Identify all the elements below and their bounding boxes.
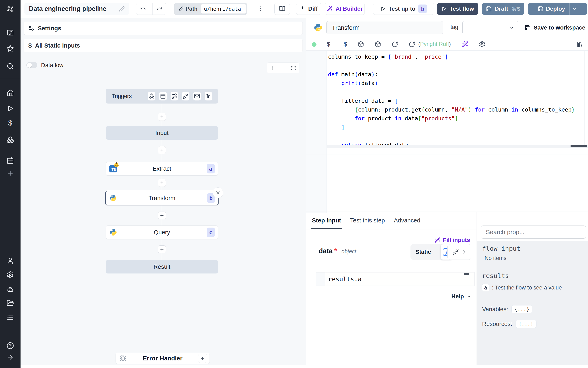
edit-title-pencil-icon[interactable] bbox=[119, 6, 125, 12]
variables-dollar-icon[interactable]: $ bbox=[343, 41, 347, 48]
ai-wand-icon[interactable] bbox=[462, 41, 468, 47]
schedules-calendar-icon[interactable] bbox=[5, 156, 15, 166]
results-section-label[interactable]: results bbox=[482, 272, 588, 279]
expression-editor[interactable]: results.a bbox=[316, 272, 474, 286]
add-step-button[interactable] bbox=[158, 245, 166, 253]
help-label: Help bbox=[451, 293, 464, 300]
tag-select[interactable] bbox=[462, 21, 518, 34]
expression-gutter bbox=[316, 272, 325, 285]
connect-input-button[interactable] bbox=[447, 244, 471, 260]
bottom-strip bbox=[20, 365, 588, 368]
workspace-icon[interactable] bbox=[5, 28, 15, 37]
flow-title-box[interactable]: Data engineering pipeline bbox=[24, 3, 129, 15]
add-step-button[interactable] bbox=[158, 179, 166, 187]
fill-inputs-button[interactable]: Fill inputs bbox=[306, 237, 470, 243]
more-options-kebab-icon[interactable] bbox=[256, 3, 265, 15]
add-step-button[interactable] bbox=[158, 212, 166, 219]
triggers-bar[interactable]: Triggers bbox=[106, 89, 218, 103]
tab-test-this-step[interactable]: Test this step bbox=[350, 212, 385, 229]
editor-settings-gear-icon[interactable] bbox=[479, 41, 485, 47]
draft-button[interactable]: Draft ⌘S bbox=[482, 3, 524, 15]
docs-book-button[interactable] bbox=[275, 3, 290, 15]
windmill-logo[interactable] bbox=[0, 0, 20, 18]
dataflow-toggle[interactable] bbox=[26, 62, 37, 68]
expand-sidebar-icon[interactable] bbox=[5, 352, 15, 362]
deploy-button[interactable]: Deploy bbox=[528, 3, 587, 15]
folders-icon[interactable] bbox=[5, 298, 15, 308]
variables-dollar-icon[interactable]: $ bbox=[5, 118, 15, 128]
help-toggle[interactable]: Help bbox=[441, 293, 471, 300]
home-icon[interactable] bbox=[5, 88, 15, 98]
expression-value[interactable]: results.a bbox=[325, 272, 474, 285]
path-chip[interactable]: Path u/henri/data_ bbox=[174, 3, 247, 15]
add-plus-icon[interactable] bbox=[5, 168, 15, 178]
websocket-trigger-icon[interactable] bbox=[182, 92, 190, 101]
assets-dollar-icon[interactable]: $ bbox=[327, 41, 330, 48]
step-name-input[interactable]: Transform bbox=[326, 21, 443, 34]
step-header: Transform tag Save to workspace bbox=[306, 18, 588, 38]
query-node[interactable]: Query c bbox=[106, 226, 218, 239]
zoom-in-icon[interactable] bbox=[270, 65, 275, 71]
ai-builder-label: AI Builder bbox=[336, 6, 363, 12]
add-error-handler-button[interactable] bbox=[198, 354, 207, 363]
result-key-chip[interactable]: a bbox=[482, 284, 489, 291]
test-up-to-button[interactable]: Test up to b bbox=[373, 3, 434, 15]
remove-step-close-icon[interactable] bbox=[213, 187, 223, 198]
add-step-button[interactable] bbox=[158, 146, 166, 154]
pyright-ruff-label: Pyright Ruff bbox=[420, 41, 449, 47]
variables-braces-chip[interactable]: {...} bbox=[512, 305, 532, 313]
extract-node[interactable]: TS👶 Extract a bbox=[106, 162, 218, 175]
package-icon[interactable] bbox=[375, 41, 381, 47]
triggers-label: Triggers bbox=[112, 93, 132, 100]
resources-boxes-icon[interactable] bbox=[5, 135, 15, 145]
http-route-trigger-icon[interactable] bbox=[171, 92, 178, 101]
editor-horizontal-scrollbar[interactable] bbox=[327, 145, 588, 148]
tab-step-input[interactable]: Step Input bbox=[312, 212, 341, 229]
deploy-chevron-down-icon[interactable] bbox=[572, 6, 577, 11]
webhook-trigger-icon[interactable] bbox=[148, 92, 155, 101]
library-icon[interactable] bbox=[576, 41, 583, 47]
capture-watch-trigger-icon[interactable] bbox=[205, 92, 212, 101]
tab-advanced[interactable]: Advanced bbox=[394, 212, 420, 229]
transform-node-selected[interactable]: Transform b bbox=[105, 191, 218, 205]
input-node[interactable]: Input bbox=[106, 126, 218, 140]
reload-icon[interactable] bbox=[409, 41, 415, 47]
fit-view-icon[interactable] bbox=[291, 66, 296, 71]
flow-input-section-label[interactable]: flow_input bbox=[482, 245, 588, 252]
workers-bot-icon[interactable] bbox=[5, 285, 15, 294]
zoom-out-icon[interactable]: − bbox=[281, 66, 285, 70]
path-pencil-icon bbox=[179, 6, 183, 11]
path-value[interactable]: u/henri/data_ bbox=[201, 4, 246, 14]
diff-button[interactable]: Diff bbox=[296, 3, 321, 15]
users-icon[interactable] bbox=[5, 256, 15, 266]
static-option-label[interactable]: Static bbox=[410, 249, 440, 255]
add-step-button[interactable] bbox=[158, 113, 166, 121]
redo-button[interactable] bbox=[152, 3, 166, 15]
undo-button[interactable] bbox=[136, 3, 150, 15]
code-editor[interactable]: columns_to_keep = ['brand', 'price'] def… bbox=[328, 52, 585, 149]
package-icon[interactable] bbox=[358, 41, 364, 47]
schedule-trigger-icon[interactable] bbox=[159, 92, 167, 101]
search-icon[interactable] bbox=[5, 61, 15, 71]
email-trigger-icon[interactable] bbox=[193, 92, 201, 101]
result-node[interactable]: Result bbox=[106, 260, 218, 274]
draft-label: Draft bbox=[495, 6, 508, 12]
test-flow-button[interactable]: Test flow bbox=[437, 3, 478, 15]
runs-play-icon[interactable] bbox=[5, 103, 15, 113]
error-handler-node[interactable]: Error Handler bbox=[115, 353, 210, 364]
search-prop-input[interactable] bbox=[486, 229, 581, 236]
argument-type: object bbox=[341, 248, 356, 255]
settings-gear-icon[interactable] bbox=[5, 270, 15, 280]
reload-icon[interactable] bbox=[392, 41, 398, 47]
all-static-inputs-bar[interactable]: $ All Static Inputs bbox=[24, 39, 303, 52]
favorites-star-icon[interactable] bbox=[5, 44, 15, 54]
flow-settings-bar[interactable]: Settings bbox=[24, 22, 303, 35]
ai-builder-button[interactable]: AI Builder bbox=[325, 3, 365, 15]
diff-label: Diff bbox=[308, 6, 318, 12]
help-icon[interactable] bbox=[5, 341, 15, 350]
test-up-to-label: Test up to bbox=[389, 6, 416, 12]
scrollbar-thumb[interactable] bbox=[570, 145, 587, 147]
logs-list-icon[interactable] bbox=[5, 313, 15, 323]
save-to-workspace-button[interactable]: Save to workspace bbox=[525, 21, 585, 34]
resources-braces-chip[interactable]: {...} bbox=[516, 320, 537, 328]
